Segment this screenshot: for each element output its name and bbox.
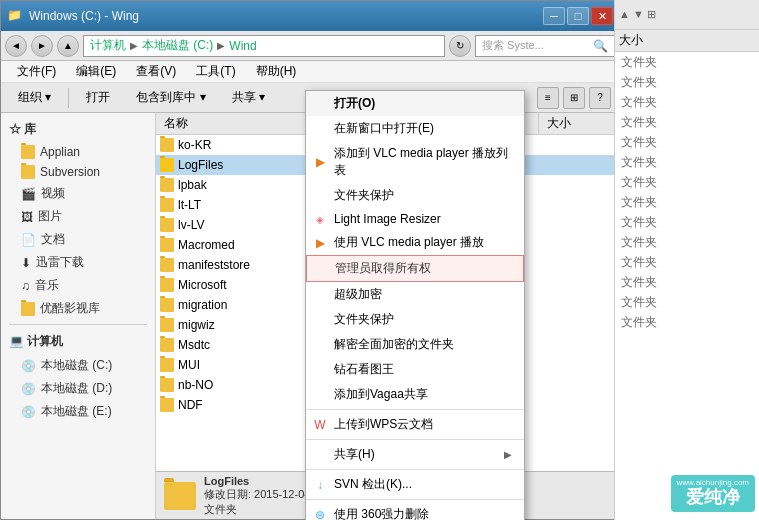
sidebar-item-downloads[interactable]: ⬇ 迅雷下载 [1,251,155,274]
sidebar-item-drive-c[interactable]: 💿 本地磁盘 (C:) [1,354,155,377]
ctx-item-light-image[interactable]: ◈ Light Image Resizer [306,208,524,230]
minimize-button[interactable]: ─ [543,7,565,25]
view-detail-button[interactable]: ⊞ [563,87,585,109]
refresh-button[interactable]: ↻ [449,35,471,57]
folder-icon [160,318,174,332]
ctx-label-admin-ownership: 管理员取得所有权 [335,260,431,277]
ctx-item-vagaa[interactable]: 添加到Vagaa共享 [306,382,524,407]
search-icon: 🔍 [593,39,608,53]
vlc-play-icon: ▶ [312,235,328,251]
right-list-item: 文件夹 [615,72,759,92]
right-panel-controls: ▲ ▼ ⊞ [619,8,656,21]
picture-icon: 🖼 [21,210,33,224]
ctx-sep-4 [306,499,524,500]
right-panel-header: ▲ ▼ ⊞ [615,0,759,30]
context-menu: 打开(O) 在新窗口中打开(E) ▶ 添加到 VLC media player … [305,90,525,520]
ctx-label-folder-protect2: 文件夹保护 [334,311,394,328]
sidebar-section-computer[interactable]: 💻 计算机 [1,329,155,354]
menu-edit[interactable]: 编辑(E) [68,62,124,82]
ctx-item-360-delete[interactable]: ⊛ 使用 360强力删除 [306,502,524,520]
ctx-label-share: 共享(H) [334,446,375,463]
watermark-brand: 爱纯净 [686,487,740,509]
window-title: Windows (C:) - Wing [29,9,543,23]
ctx-item-wps-upload[interactable]: W 上传到WPS云文档 [306,412,524,437]
ctx-item-decrypt[interactable]: 解密全面加密的文件夹 [306,332,524,357]
forward-button[interactable]: ► [31,35,53,57]
sidebar-item-subversion[interactable]: Subversion [1,162,155,182]
ctx-item-folder-protect[interactable]: 文件夹保护 [306,183,524,208]
sidebar-item-pictures[interactable]: 🖼 图片 [1,205,155,228]
sidebar-item-music[interactable]: ♫ 音乐 [1,274,155,297]
sidebar-item-video[interactable]: 🎬 视频 [1,182,155,205]
ctx-sep-3 [306,469,524,470]
menu-file[interactable]: 文件(F) [9,62,64,82]
up-button[interactable]: ▲ [57,35,79,57]
toolbar-right: ≡ ⊞ ? [537,87,611,109]
view-list-button[interactable]: ≡ [537,87,559,109]
ctx-item-share[interactable]: 共享(H) ▶ [306,442,524,467]
ctx-item-open[interactable]: 打开(O) [306,91,524,116]
ctx-item-diamond-viewer[interactable]: 钻石看图王 [306,357,524,382]
view-help-button[interactable]: ? [589,87,611,109]
organize-button[interactable]: 组织 ▾ [9,86,60,110]
music-icon: ♫ [21,279,30,293]
menu-view[interactable]: 查看(V) [128,62,184,82]
menu-help[interactable]: 帮助(H) [248,62,305,82]
sidebar-item-youku[interactable]: 优酷影视库 [1,297,155,320]
status-folder-icon [164,482,196,510]
sidebar-item-drive-d[interactable]: 💿 本地磁盘 (D:) [1,377,155,400]
watermark: www.aichunjing.com 爱纯净 [671,475,755,512]
sidebar-item-documents[interactable]: 📄 文档 [1,228,155,251]
folder-icon [160,198,174,212]
path-sep-2: ▶ [217,40,225,51]
svn-checkout-icon: ↓ [312,477,328,493]
sidebar-item-applian[interactable]: Applian [1,142,155,162]
path-part-1[interactable]: 计算机 [90,37,126,54]
sidebar-section-library[interactable]: ☆ 库 [1,117,155,142]
window-icon: 📁 [7,8,23,24]
include-library-button[interactable]: 包含到库中 ▾ [127,86,214,110]
close-button[interactable]: ✕ [591,7,613,25]
right-list-item: 文件夹 [615,252,759,272]
search-box[interactable]: 搜索 Syste... 🔍 [475,35,615,57]
ctx-label-svn: SVN 检出(K)... [334,476,412,493]
ctx-item-folder-protect2[interactable]: 文件夹保护 [306,307,524,332]
open-button[interactable]: 打开 [77,86,119,110]
vlc-icon: ▶ [312,154,328,170]
ctx-item-vlc-playlist[interactable]: ▶ 添加到 VLC media player 播放列表 [306,141,524,183]
ctx-label-vagaa: 添加到Vagaa共享 [334,386,428,403]
sidebar-item-drive-e[interactable]: 💿 本地磁盘 (E:) [1,400,155,423]
path-part-2[interactable]: 本地磁盘 (C:) [142,37,213,54]
back-button[interactable]: ◄ [5,35,27,57]
share-button[interactable]: 共享 ▾ [223,86,274,110]
title-bar: 📁 Windows (C:) - Wing ─ □ ✕ [1,1,619,31]
ctx-item-super-encrypt[interactable]: 超级加密 [306,282,524,307]
drive-c-icon: 💿 [21,359,36,373]
col-header-size[interactable]: 大小 [539,113,619,134]
ctx-label-vlc-playlist: 添加到 VLC media player 播放列表 [334,145,512,179]
ctx-label-open: 打开(O) [334,95,375,112]
ctx-item-open-new-window[interactable]: 在新窗口中打开(E) [306,116,524,141]
video-icon: 🎬 [21,187,36,201]
ctx-sep-2 [306,439,524,440]
ctx-item-svn-checkout[interactable]: ↓ SVN 检出(K)... [306,472,524,497]
folder-icon [21,145,35,159]
folder-icon [160,138,174,152]
ctx-label-light-image: Light Image Resizer [334,212,441,226]
menu-tools[interactable]: 工具(T) [188,62,243,82]
ctx-label-open-new: 在新窗口中打开(E) [334,120,434,137]
sidebar-divider-1 [9,324,147,325]
ctx-label-vlc-play: 使用 VLC media player 播放 [334,234,484,251]
download-icon: ⬇ [21,256,31,270]
drive-e-icon: 💿 [21,405,36,419]
address-path[interactable]: 计算机 ▶ 本地磁盘 (C:) ▶ Wind [83,35,445,57]
sidebar: ☆ 库 Applian Subversion 🎬 视频 🖼 图片 📄 文档 [1,113,156,519]
ctx-item-vlc-play[interactable]: ▶ 使用 VLC media player 播放 [306,230,524,255]
ctx-item-admin-ownership[interactable]: 管理员取得所有权 [306,255,524,282]
path-part-3[interactable]: Wind [229,39,256,53]
maximize-button[interactable]: □ [567,7,589,25]
ctx-label-wps: 上传到WPS云文档 [334,416,433,433]
folder-icon [160,178,174,192]
right-list-item: 文件夹 [615,132,759,152]
wps-icon: W [312,417,328,433]
